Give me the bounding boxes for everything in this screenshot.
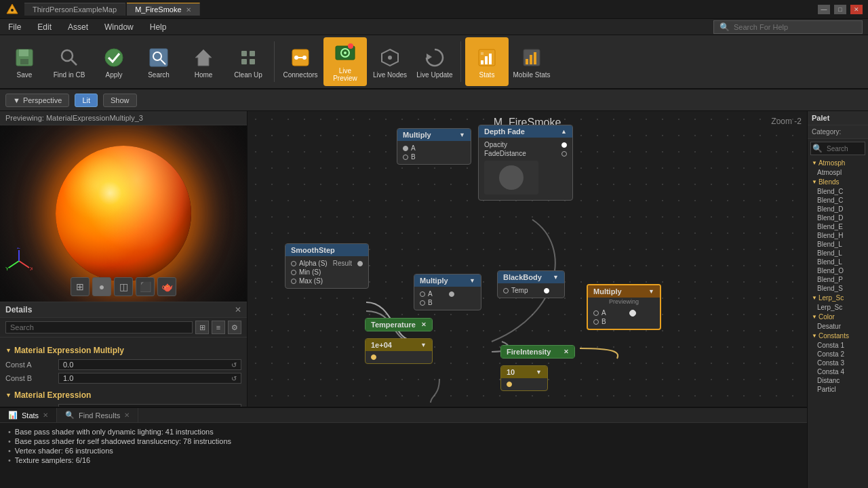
menu-help[interactable]: Help [147,21,170,33]
find-in-cb-button[interactable]: Find in CB [47,37,91,86]
fire-intensity-label-node[interactable]: FireIntensity ✕ [500,345,575,359]
apply-button[interactable]: Apply [92,37,136,86]
multiply-top-body: A B [397,141,471,164]
palette-item-blend-c2[interactable]: Blend_C [808,196,868,205]
search-for-help-input[interactable] [734,23,856,31]
const-a-reset[interactable]: ↺ [231,361,237,369]
grid-view-button[interactable]: ⊞ [71,277,90,296]
sphere-view-button[interactable]: ● [92,277,111,296]
lit-button[interactable]: Lit [75,94,98,107]
palette-item-const4[interactable]: Consta 4 [808,367,868,376]
palette-item-blend-l2[interactable]: Blend_L [808,249,868,258]
live-nodes-button[interactable]: Live Nodes [368,37,412,86]
details-search-input[interactable] [5,321,193,333]
multiply-mid-node[interactable]: Multiply ▼ A B [414,274,481,310]
mobile-stats-button[interactable]: Mobile Stats [510,37,553,86]
live-preview-button[interactable]: Live Preview [323,37,367,86]
intensity-value-node[interactable]: 10 ▼ [500,365,548,391]
palette-section-constants[interactable]: Constants [808,331,868,341]
clean-up-button[interactable]: Clean Up [226,37,270,86]
find-results-tab[interactable]: 🔍 Find Results ✕ [57,408,138,422]
find-results-tab-close[interactable]: ✕ [124,411,130,419]
bottom-content: • Base pass shader with only dynamic lig… [0,423,807,488]
pin-b: B [420,298,475,307]
palette-section-lerp[interactable]: Lerp_Sc [808,293,868,303]
mobile-stats-icon [519,45,544,70]
perspective-dropdown[interactable]: ▼ Perspective [5,94,69,107]
show-button[interactable]: Show [103,94,137,107]
teapot-view-button[interactable]: 🫖 [157,277,176,296]
multiply-top-header: Multiply ▼ [397,129,471,141]
menu-edit[interactable]: Edit [35,21,54,33]
const-a-value[interactable]: 0.0 ↺ [58,359,241,370]
search-for-help[interactable]: 🔍 [713,20,863,34]
const-b-reset[interactable]: ↺ [231,375,237,382]
intensity-body [501,378,547,390]
home-button[interactable]: Home [182,37,225,86]
palette-item-const2[interactable]: Consta 2 [808,350,868,359]
tab-map[interactable]: ThirdPersonExampleMap [24,3,125,16]
palette-item-blend-s[interactable]: Blend_S [808,284,868,293]
palette-item-blend-p[interactable]: Blend_P [808,275,868,284]
palette-item-blend-o[interactable]: Blend_O [808,266,868,275]
plane-view-button[interactable]: ◫ [114,277,133,296]
live-update-button[interactable]: Live Update [413,37,456,86]
stats-tab[interactable]: 📊 Stats ✕ [0,408,57,422]
details-view-button[interactable]: ≡ [212,321,225,334]
multiply-selected-node[interactable]: Multiply ▼ Previewing A B [587,284,661,330]
smoothstep-header: SmoothStep [285,244,368,256]
palette-item-lerp-sc[interactable]: Lerp_Sc [808,303,868,312]
close-button[interactable]: ✕ [850,5,863,14]
tab-close-icon[interactable]: ✕ [186,6,191,14]
palette-item-distance[interactable]: Distanc [808,376,868,385]
palette-search[interactable]: 🔍 [810,142,865,155]
palette-section-atmosph[interactable]: Atmosph [808,158,868,168]
svg-rect-13 [250,51,255,56]
pin-min: Min (S) [291,268,363,277]
blackbody-node[interactable]: BlackBody ▼ Temp [497,270,565,298]
menu-window[interactable]: Window [102,21,136,33]
minimize-button[interactable]: — [818,5,830,14]
palette-item-const1[interactable]: Consta 1 [808,341,868,350]
palette-item-blend-l1[interactable]: Blend_L [808,240,868,249]
details-filter-button[interactable]: ⊞ [195,321,209,334]
stats-tab-close[interactable]: ✕ [43,411,48,419]
palette-item-desatur[interactable]: Desatur [808,322,868,331]
depth-fade-preview [484,161,538,195]
multiply-top-node[interactable]: Multiply ▼ A B [397,128,471,165]
temperature-label-node[interactable]: Temperature ✕ [365,318,433,331]
palette-item-atmospl[interactable]: Atmospl [808,168,868,177]
live-preview-icon [333,41,357,66]
palette-item-blend-e[interactable]: Blend_E [808,222,868,231]
palette-item-blend-d1[interactable]: Blend_D [808,205,868,214]
palette-section-color[interactable]: Color [808,312,868,322]
menu-file[interactable]: File [5,21,24,33]
preview-viewport[interactable]: X Y Z ⊞ ● ◫ ⬛ 🫖 [0,125,247,302]
close-node-icon[interactable]: ✕ [564,348,569,355]
maximize-button[interactable]: □ [834,5,846,14]
save-button[interactable]: Save [3,37,46,86]
palette-item-blend-h[interactable]: Blend_H [808,231,868,240]
search-button[interactable]: Search [137,37,180,86]
const-b-value[interactable]: 1.0 ↺ [58,373,241,384]
svg-point-17 [294,56,298,60]
tab-material[interactable]: M_FireSmoke ✕ [127,3,199,16]
details-close-icon[interactable]: ✕ [235,305,241,314]
temp-value-node[interactable]: 1e+04 ▼ [365,338,433,364]
details-settings-button[interactable]: ⚙ [228,321,241,334]
close-node-icon[interactable]: ✕ [421,321,427,328]
palette-item-blend-d2[interactable]: Blend_D [808,214,868,222]
connectors-button[interactable]: Connectors [279,37,322,86]
stats-button[interactable]: Stats [465,37,509,86]
palette-search-input[interactable] [824,144,865,154]
depth-fade-node[interactable]: Depth Fade ▲ Opacity FadeDistance [478,125,573,201]
menu-asset[interactable]: Asset [65,21,91,33]
palette-item-blend-l3[interactable]: Blend_L [808,258,868,266]
palette-section-blends[interactable]: Blends [808,177,868,187]
box-view-button[interactable]: ⬛ [136,277,155,296]
palette-item-particle[interactable]: Particl [808,385,868,394]
connectors-icon [288,45,313,70]
smoothstep-node[interactable]: SmoothStep Alpha (S) Result Min (S) [285,243,369,289]
palette-item-blend-c1[interactable]: Blend_C [808,187,868,196]
palette-item-const3[interactable]: Consta 3 [808,359,868,367]
